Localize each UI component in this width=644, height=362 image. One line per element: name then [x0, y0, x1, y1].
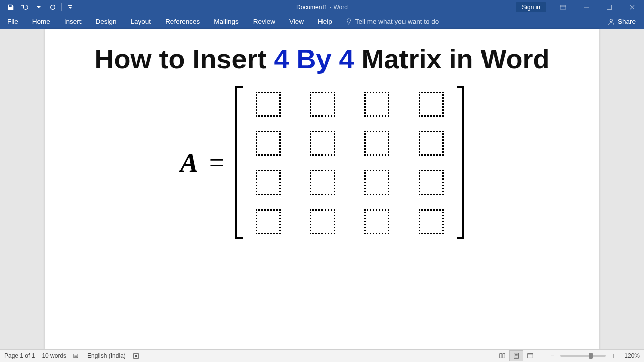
tell-me-placeholder: Tell me what you want to do: [355, 18, 439, 25]
matrix-cell-placeholder[interactable]: [364, 92, 389, 117]
document-heading: How to Insert 4 By 4 Matrix in Word: [45, 29, 599, 83]
macro-icon: [133, 353, 139, 359]
lightbulb-icon: [345, 18, 352, 25]
tell-me-search[interactable]: Tell me what you want to do: [339, 18, 439, 25]
matrix-cell-placeholder[interactable]: [310, 209, 335, 234]
tab-help[interactable]: Help: [311, 14, 339, 29]
equation[interactable]: A =: [45, 86, 599, 239]
matrix-grid: [243, 86, 457, 239]
quick-access-toolbar: [0, 2, 76, 13]
read-mode-icon: [499, 352, 506, 359]
app-name: Word: [333, 4, 347, 11]
word-count[interactable]: 10 words: [42, 352, 66, 359]
language-button[interactable]: English (India): [87, 352, 126, 359]
minimize-icon[interactable]: [575, 0, 598, 14]
svg-point-2: [610, 19, 612, 21]
matrix-cell-placeholder[interactable]: [310, 170, 335, 195]
qat-separator: [61, 3, 62, 11]
tab-insert[interactable]: Insert: [57, 14, 89, 29]
zoom-control: − + 120%: [548, 352, 640, 360]
undo-dropdown-icon[interactable]: [33, 2, 44, 13]
share-button[interactable]: Share: [608, 18, 636, 25]
matrix-cell-placeholder[interactable]: [256, 170, 281, 195]
matrix-cell-placeholder[interactable]: [364, 170, 389, 195]
share-label: Share: [618, 18, 636, 25]
heading-before: How to Insert: [94, 44, 274, 74]
tab-view[interactable]: View: [282, 14, 311, 29]
svg-rect-7: [528, 354, 533, 358]
web-layout-icon: [527, 352, 534, 359]
status-bar: Page 1 of 1 10 words English (India) − +…: [0, 349, 644, 362]
heading-highlight: 4 By 4: [274, 44, 354, 74]
close-icon[interactable]: [621, 0, 644, 14]
document-area: How to Insert 4 By 4 Matrix in Word A =: [0, 29, 644, 350]
titlebar-right: Sign in: [516, 0, 644, 14]
zoom-slider-thumb[interactable]: [589, 353, 593, 359]
svg-rect-0: [560, 5, 566, 9]
matrix-cell-placeholder[interactable]: [256, 92, 281, 117]
tab-mailings[interactable]: Mailings: [207, 14, 246, 29]
matrix-cell-placeholder[interactable]: [419, 131, 444, 156]
redo-icon[interactable]: [47, 2, 58, 13]
page-info[interactable]: Page 1 of 1: [4, 352, 35, 359]
web-layout-button[interactable]: [523, 350, 537, 361]
macro-button[interactable]: [133, 353, 139, 359]
document-page[interactable]: How to Insert 4 By 4 Matrix in Word A =: [45, 29, 599, 350]
equation-equals: =: [209, 147, 224, 178]
ribbon-tabs: File Home Insert Design Layout Reference…: [0, 14, 644, 29]
spellcheck-button[interactable]: [73, 353, 80, 359]
tab-design[interactable]: Design: [89, 14, 124, 29]
zoom-out-button[interactable]: −: [548, 352, 556, 360]
matrix-cell-placeholder[interactable]: [310, 92, 335, 117]
svg-rect-3: [74, 354, 78, 357]
read-mode-button[interactable]: [495, 350, 509, 361]
tab-review[interactable]: Review: [246, 14, 282, 29]
zoom-percent[interactable]: 120%: [622, 352, 640, 359]
ribbon-display-options-icon[interactable]: [551, 0, 575, 14]
undo-icon[interactable]: [19, 2, 30, 13]
print-layout-icon: [513, 352, 520, 359]
matrix-cell-placeholder[interactable]: [310, 131, 335, 156]
title-bar: Document1 - Word Sign in: [0, 0, 644, 14]
zoom-slider[interactable]: [560, 355, 606, 357]
spellcheck-icon: [73, 353, 80, 359]
save-icon[interactable]: [5, 2, 16, 13]
matrix-cell-placeholder[interactable]: [256, 131, 281, 156]
matrix-cell-placeholder[interactable]: [419, 92, 444, 117]
tab-references[interactable]: References: [158, 14, 207, 29]
tab-layout[interactable]: Layout: [124, 14, 158, 29]
equation-lhs: A: [180, 147, 198, 178]
heading-after: Matrix in Word: [354, 44, 550, 74]
bracket-right-icon: [457, 86, 464, 239]
matrix-cell-placeholder[interactable]: [364, 209, 389, 234]
qat-customize-icon[interactable]: [65, 2, 76, 13]
person-icon: [608, 18, 615, 25]
matrix-cell-placeholder[interactable]: [419, 170, 444, 195]
matrix-cell-placeholder[interactable]: [419, 209, 444, 234]
maximize-icon[interactable]: [598, 0, 621, 14]
matrix-cell-placeholder[interactable]: [364, 131, 389, 156]
view-switcher: [495, 350, 537, 361]
matrix-4x4[interactable]: [235, 86, 464, 239]
zoom-in-button[interactable]: +: [610, 352, 618, 360]
sign-in-button[interactable]: Sign in: [516, 2, 546, 12]
matrix-cell-placeholder[interactable]: [256, 209, 281, 234]
print-layout-button[interactable]: [509, 350, 523, 361]
tab-home[interactable]: Home: [25, 14, 57, 29]
svg-rect-5: [135, 355, 137, 357]
bracket-left-icon: [235, 86, 243, 239]
svg-rect-1: [607, 5, 612, 10]
tab-file[interactable]: File: [0, 14, 25, 29]
document-name: Document1: [296, 4, 327, 11]
